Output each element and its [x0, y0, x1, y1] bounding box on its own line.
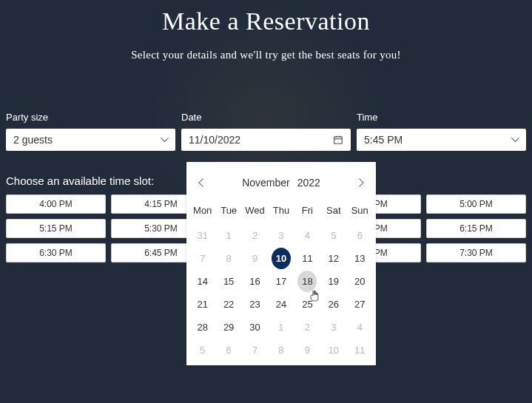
datepicker-day[interactable]: 27 — [350, 294, 369, 315]
time-select[interactable]: 5:45 PM — [357, 129, 526, 151]
timeslot-button[interactable]: 6:15 PM — [426, 219, 526, 238]
datepicker-dayname: Fri — [294, 202, 320, 223]
datepicker-dayname: Mon — [189, 202, 215, 223]
datepicker-day[interactable]: 2 — [246, 225, 265, 246]
datepicker-day[interactable]: 13 — [350, 248, 369, 269]
datepicker-day[interactable]: 26 — [324, 294, 343, 315]
datepicker-day[interactable]: 22 — [219, 294, 238, 315]
datepicker-popup: November 2022 MonTueWedThuFriSatSun31123… — [186, 162, 376, 365]
datepicker-day[interactable]: 1 — [219, 225, 238, 246]
reservation-form-row: Party size 2 guests Date 11/10/2022 Time… — [0, 112, 532, 151]
datepicker-day[interactable]: 29 — [219, 316, 238, 338]
datepicker-day[interactable]: 9 — [297, 339, 317, 361]
datepicker-dayname: Tue — [215, 202, 241, 223]
datepicker-dayname: Sun — [347, 202, 373, 223]
datepicker-day[interactable]: 1 — [272, 316, 291, 338]
datepicker-day[interactable]: 2 — [297, 316, 317, 338]
page-title: Make a Reservation — [0, 0, 532, 35]
datepicker-day[interactable]: 9 — [246, 248, 265, 269]
datepicker-day[interactable]: 4 — [297, 225, 317, 246]
datepicker-grid: MonTueWedThuFriSatSun3112345678910111213… — [189, 202, 373, 361]
time-label: Time — [357, 112, 526, 123]
timeslot-button[interactable]: 5:00 PM — [426, 194, 526, 214]
datepicker-day[interactable]: 4 — [350, 316, 369, 338]
party-size-field: Party size 2 guests — [6, 112, 175, 151]
datepicker-month[interactable]: November — [242, 177, 290, 189]
datepicker-day[interactable]: 16 — [246, 271, 265, 292]
datepicker-day[interactable]: 10 — [324, 339, 343, 361]
party-size-label: Party size — [6, 112, 175, 123]
date-field: Date 11/10/2022 — [181, 112, 351, 151]
datepicker-day[interactable]: 11 — [297, 248, 317, 269]
svg-rect-0 — [334, 137, 343, 143]
datepicker-dayname: Wed — [242, 202, 268, 223]
datepicker-day[interactable]: 20 — [350, 271, 369, 292]
datepicker-day[interactable]: 19 — [324, 271, 343, 292]
date-label: Date — [181, 112, 351, 123]
datepicker-title: November 2022 — [242, 177, 320, 189]
chevron-down-icon — [511, 136, 519, 143]
chevron-down-icon — [161, 136, 168, 143]
datepicker-dayname: Thu — [268, 202, 294, 223]
datepicker-day[interactable]: 7 — [193, 248, 212, 269]
date-value: 11/10/2022 — [189, 134, 240, 146]
datepicker-day[interactable]: 15 — [219, 271, 238, 292]
page-subtitle: Select your details and we'll try get th… — [0, 49, 532, 61]
pointer-cursor-icon — [309, 289, 320, 302]
datepicker-day[interactable]: 8 — [219, 248, 238, 269]
datepicker-day[interactable]: 6 — [219, 339, 238, 361]
datepicker-day[interactable]: 11 — [350, 339, 369, 361]
date-input[interactable]: 11/10/2022 — [181, 129, 351, 151]
datepicker-day[interactable]: 3 — [272, 225, 291, 246]
datepicker-header: November 2022 — [189, 168, 373, 202]
datepicker-dayname: Sat — [320, 202, 346, 223]
timeslot-button[interactable]: 7:30 PM — [426, 243, 526, 263]
datepicker-day[interactable]: 14 — [193, 271, 212, 292]
timeslot-button[interactable]: 5:15 PM — [6, 219, 106, 238]
datepicker-day[interactable]: 8 — [272, 339, 291, 361]
timeslot-button[interactable]: 4:00 PM — [6, 194, 106, 214]
party-size-select[interactable]: 2 guests — [6, 129, 175, 151]
datepicker-day[interactable]: 6 — [350, 225, 369, 246]
datepicker-day[interactable]: 24 — [272, 294, 291, 315]
datepicker-day[interactable]: 10 — [272, 248, 291, 269]
datepicker-day[interactable]: 3 — [324, 316, 343, 338]
datepicker-day[interactable]: 23 — [246, 294, 265, 315]
next-month-button[interactable] — [355, 178, 363, 186]
datepicker-year[interactable]: 2022 — [297, 177, 320, 189]
datepicker-day[interactable]: 5 — [193, 339, 212, 361]
calendar-icon — [333, 135, 343, 145]
datepicker-day[interactable]: 31 — [193, 225, 212, 246]
datepicker-day[interactable]: 5 — [324, 225, 343, 246]
datepicker-day[interactable]: 21 — [193, 294, 212, 315]
datepicker-day[interactable]: 17 — [272, 271, 291, 292]
time-field: Time 5:45 PM — [357, 112, 526, 151]
prev-month-button[interactable] — [198, 178, 206, 186]
datepicker-day[interactable]: 7 — [246, 339, 265, 361]
datepicker-day[interactable]: 12 — [324, 248, 343, 269]
datepicker-day[interactable]: 28 — [193, 316, 212, 338]
timeslot-button[interactable]: 6:30 PM — [6, 243, 106, 263]
party-size-value: 2 guests — [13, 134, 53, 146]
time-value: 5:45 PM — [364, 134, 403, 146]
datepicker-day[interactable]: 30 — [246, 316, 265, 338]
